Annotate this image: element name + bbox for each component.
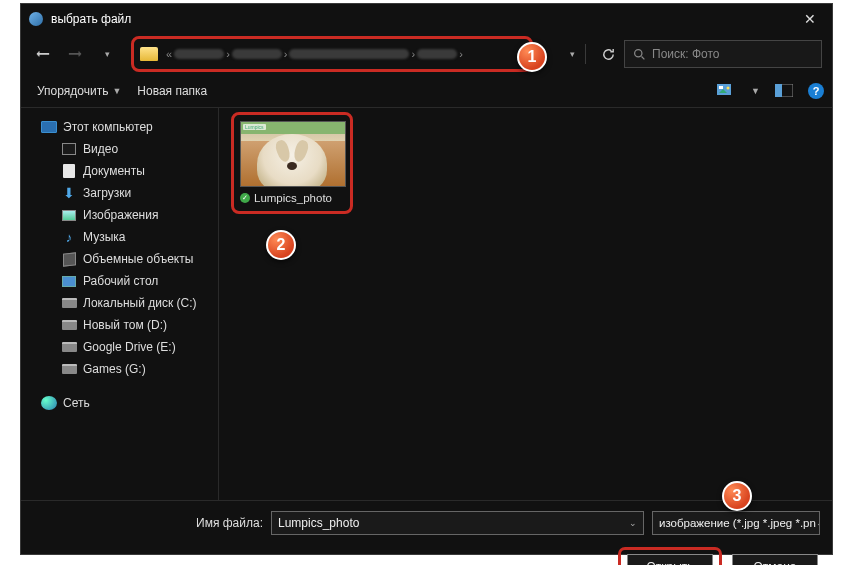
file-thumbnail: Lumpics [240,121,346,187]
svg-rect-5 [775,84,782,97]
close-button[interactable]: ✕ [788,4,832,34]
tree-desktop[interactable]: Рабочий стол [61,270,218,292]
tree-drive-c[interactable]: Локальный диск (C:) [61,292,218,314]
tree-videos[interactable]: Видео [61,138,218,160]
view-dropdown[interactable]: ▼ [751,86,760,96]
folder-icon [140,47,158,61]
preview-pane-button[interactable] [774,83,794,99]
file-name: Lumpics_photo [254,191,332,205]
forward-button[interactable]: 🠖 [63,42,87,66]
address-dropdown[interactable]: ▾ [570,49,575,59]
callout-2: 2 [266,230,296,260]
file-item[interactable]: Lumpics Lumpics_photo [231,112,353,214]
new-folder-button[interactable]: Новая папка [129,80,215,102]
nav-bar: 🠔 🠖 ▾ « › › › › ▾ [21,34,832,74]
callout-1: 1 [517,42,547,72]
search-input[interactable]: Поиск: Фото [624,40,822,68]
callout-3: 3 [722,481,752,511]
refresh-button[interactable] [596,42,620,66]
file-open-dialog: выбрать файл ✕ 🠔 🠖 ▾ « › › › › ▾ [20,3,833,555]
title-bar: выбрать файл ✕ [21,4,832,34]
tree-drive-g[interactable]: Games (G:) [61,358,218,380]
open-button[interactable]: Открыть [627,554,713,565]
filename-label: Имя файла: [33,516,263,530]
file-list[interactable]: Lumpics Lumpics_photo [219,108,832,500]
tree-documents[interactable]: Документы [61,160,218,182]
help-button[interactable]: ? [808,83,824,99]
toolbar: Упорядочить ▼ Новая папка ▼ ? [21,74,832,108]
tree-music[interactable]: ♪Музыка [61,226,218,248]
tree-network[interactable]: Сеть [41,392,218,414]
view-mode-button[interactable] [717,83,737,99]
svg-rect-1 [717,84,731,95]
cancel-button[interactable]: Отмена [732,554,818,565]
svg-point-3 [727,86,730,89]
tree-downloads[interactable]: ⬇Загрузки [61,182,218,204]
sync-status-icon [240,193,250,203]
app-icon [29,12,43,26]
navigation-tree: Этот компьютер Видео Документы ⬇Загрузки… [21,108,218,500]
window-title: выбрать файл [51,12,131,26]
filename-input[interactable]: Lumpics_photo⌄ [271,511,644,535]
tree-drive-e[interactable]: Google Drive (E:) [61,336,218,358]
svg-rect-2 [719,86,723,89]
file-type-filter[interactable]: изображение (*.jpg *.jpeg *.pn⌄ [652,511,820,535]
tree-this-pc[interactable]: Этот компьютер [41,116,218,138]
address-bar[interactable]: « › › › › [131,36,533,72]
svg-point-0 [635,49,642,56]
search-placeholder: Поиск: Фото [652,47,720,61]
organize-menu[interactable]: Упорядочить ▼ [29,80,129,102]
tree-pictures[interactable]: Изображения [61,204,218,226]
back-button[interactable]: 🠔 [31,42,55,66]
tree-drive-d[interactable]: Новый том (D:) [61,314,218,336]
recent-dropdown[interactable]: ▾ [95,42,119,66]
dialog-footer: Имя файла: Lumpics_photo⌄ изображение (*… [21,500,832,565]
tree-3d-objects[interactable]: Объемные объекты [61,248,218,270]
